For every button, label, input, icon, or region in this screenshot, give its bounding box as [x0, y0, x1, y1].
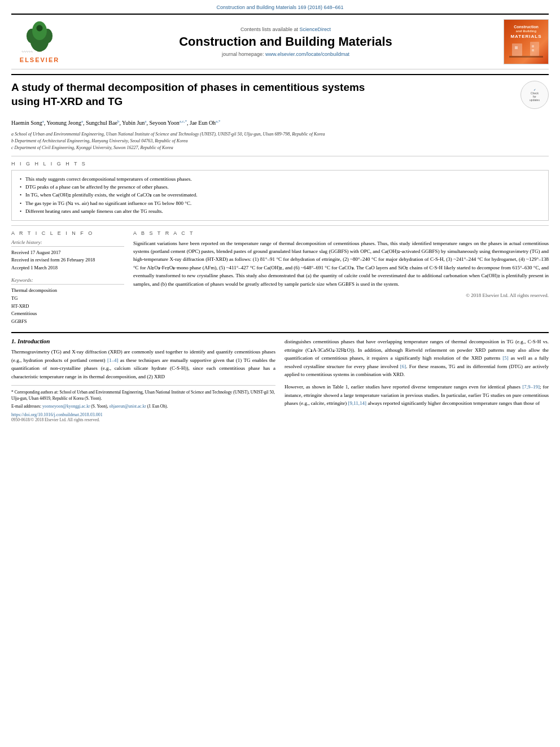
highlights-box: This study suggests correct decompositio…: [11, 170, 549, 221]
accepted-date: Accepted 1 March 2018: [11, 264, 124, 272]
svg-rect-12: [509, 56, 543, 58]
keywords-section: Keywords: Thermal decomposition TG HT-XR…: [11, 277, 124, 325]
intro-paragraph-2: distinguishes cementitious phases that h…: [285, 338, 549, 378]
intro-two-col: 1. Introduction Thermogravimetry (TG) an…: [11, 338, 549, 422]
highlight-5: Different heating rates and sample finen…: [19, 207, 541, 215]
svg-text:∿∿∿∿∿: ∿∿∿∿∿: [21, 50, 33, 53]
svg-rect-8: [515, 46, 518, 49]
ref-7-19[interactable]: [7,9–19]: [522, 384, 540, 390]
journal-citation: Construction and Building Materials 169 …: [11, 5, 549, 10]
cover-text: Construction and Building MATERIALS: [509, 24, 543, 59]
affiliation-b: b Department of Architectural Engineerin…: [11, 138, 549, 145]
svg-rect-9: [530, 42, 539, 56]
affiliation-a: a School of Urban and Environmental Engi…: [11, 131, 549, 138]
keywords-label: Keywords:: [11, 277, 124, 285]
section-title-intro: 1. Introduction: [11, 338, 275, 344]
copyright-line: © 2018 Elsevier Ltd. All rights reserved…: [133, 292, 549, 298]
ref-9-11-14[interactable]: [9,11,14]: [348, 400, 366, 406]
intro-paragraph-1: Thermogravimetry (TG) and X-ray diffract…: [11, 348, 275, 381]
ref-1-4[interactable]: [1–4]: [107, 357, 119, 363]
footnote-area: * Corresponding authors at: School of Ur…: [11, 385, 275, 422]
keyword-1: Thermal decomposition: [11, 287, 124, 295]
abstract-text: Significant variations have been reporte…: [133, 239, 549, 288]
elsevier-brand-text: ELSEVIER: [20, 56, 59, 63]
journal-banner: ∿∿∿∿∿ ELSEVIER Contents lists available …: [11, 14, 549, 69]
elsevier-tree-icon: ∿∿∿∿∿: [17, 20, 62, 54]
check-for-updates-badge: ✓ Checkforupdates: [520, 81, 549, 109]
article-title: A study of thermal decomposition of phas…: [11, 81, 395, 108]
sciencedirect-link[interactable]: ScienceDirect: [300, 27, 331, 32]
ref-5[interactable]: [5]: [502, 355, 509, 361]
intro-left-col: 1. Introduction Thermogravimetry (TG) an…: [11, 338, 275, 422]
article-info-col: A R T I C L E I N F O Article history: R…: [11, 230, 124, 326]
abstract-label: A B S T R A C T: [133, 230, 549, 236]
footnote-corresponding: * Corresponding authors at: School of Ur…: [11, 389, 275, 402]
highlight-1: This study suggests correct decompositio…: [19, 175, 541, 183]
svg-rect-7: [512, 43, 522, 56]
authors-line: Haemin Songa, Yeonung Jeonga, Sungchul B…: [11, 119, 549, 127]
journal-center: Contents lists available at ScienceDirec…: [68, 27, 504, 57]
revised-date: Received in revised form 26 February 201…: [11, 256, 124, 264]
journal-cover-image: Construction and Building MATERIALS: [504, 19, 549, 64]
email-link-1[interactable]: yoonseyoon@kyonggi.ac.kr: [42, 404, 90, 409]
highlights-section: H I G H L I G H T S This study suggests …: [11, 161, 549, 221]
intro-right-col: distinguishes cementitious phases that h…: [285, 338, 549, 422]
affiliation-c: c Department of Civil Engineering, Kyong…: [11, 145, 549, 151]
introduction-section: 1. Introduction Thermogravimetry (TG) an…: [11, 332, 549, 422]
elsevier-logo: ∿∿∿∿∿ ELSEVIER: [11, 20, 68, 63]
highlight-3: In TG, when Ca(OH)₂ plentifully exists, …: [19, 191, 541, 199]
issn-text: 0950-0618/© 2018 Elsevier Ltd. All right…: [11, 417, 275, 422]
journal-header: Construction and Building Materials 169 …: [0, 0, 560, 69]
doi-link[interactable]: https://doi.org/10.1016/j.conbuildmat.20…: [11, 412, 103, 417]
info-abstract-section: A R T I C L E I N F O Article history: R…: [11, 230, 549, 326]
ref-6[interactable]: [6]: [400, 364, 406, 369]
doi-text: https://doi.org/10.1016/j.conbuildmat.20…: [11, 412, 275, 417]
page: Construction and Building Materials 169 …: [0, 0, 560, 747]
abstract-col: A B S T R A C T Significant variations h…: [133, 230, 549, 326]
received-date: Received 17 August 2017: [11, 249, 124, 257]
highlight-2: DTG peaks of a phase can be affected by …: [19, 183, 541, 191]
svg-point-5: [36, 25, 42, 31]
keyword-2: TG: [11, 295, 124, 303]
homepage-link[interactable]: www.elsevier.com/locate/conbuildmat: [265, 51, 349, 57]
highlights-divider: [11, 225, 549, 226]
footnote-email: E-mail addresses: yoonseyoon@kyonggi.ac.…: [11, 403, 275, 409]
journal-title: Construction and Building Materials: [79, 34, 492, 49]
title-area: ✓ Checkforupdates A study of thermal dec…: [11, 81, 549, 114]
highlight-4: The gas type in TG (N₂ vs. air) had no s…: [19, 199, 541, 207]
affiliations: a School of Urban and Environmental Engi…: [11, 131, 549, 151]
highlights-label: H I G H L I G H T S: [11, 161, 549, 167]
keyword-5: GGBFS: [11, 318, 124, 326]
article-info-label: A R T I C L E I N F O: [11, 230, 124, 236]
header-divider: [11, 74, 549, 75]
keyword-3: HT-XRD: [11, 303, 124, 311]
journal-homepage: journal homepage: www.elsevier.com/locat…: [79, 51, 492, 57]
article-history-label: Article history:: [11, 239, 124, 247]
email-link-2[interactable]: ohjaeeun@unist.ac.kr: [110, 404, 146, 409]
keyword-4: Cementitious: [11, 310, 124, 318]
intro-paragraph-3: However, as shown in Table 1, earlier st…: [285, 383, 549, 407]
svg-rect-11: [532, 49, 534, 51]
article-content: ✓ Checkforupdates A study of thermal dec…: [0, 74, 560, 422]
svg-rect-10: [532, 45, 534, 47]
contents-line: Contents lists available at ScienceDirec…: [79, 27, 492, 32]
affiliation-divider: [11, 156, 549, 156]
